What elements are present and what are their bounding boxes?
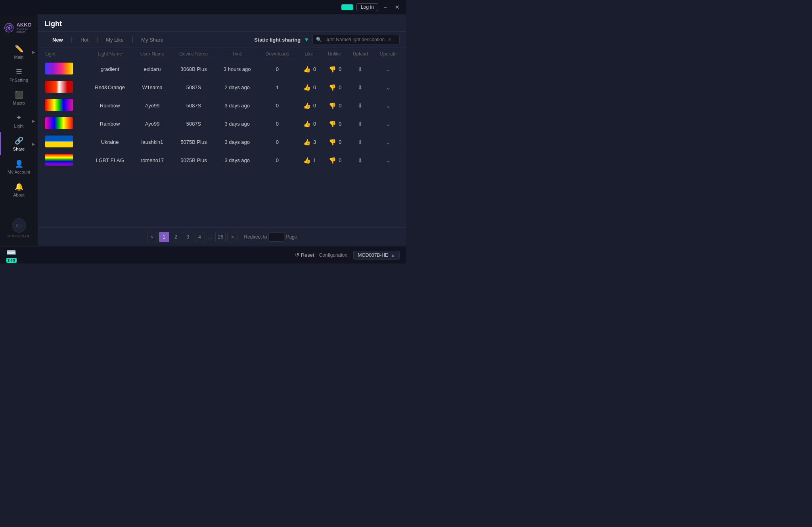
operate-button[interactable]: ⌄: [384, 65, 393, 74]
cell-unlikes: 👎 0: [322, 133, 347, 151]
cell-time: 2 days ago: [216, 78, 258, 97]
config-value[interactable]: MOD007B-HE ▲: [353, 251, 400, 260]
tab-hot[interactable]: Hot: [73, 35, 96, 44]
download-button[interactable]: ⬇: [356, 156, 364, 165]
like-button[interactable]: 👍: [302, 83, 312, 92]
cell-name: LGBT FLAG: [87, 151, 133, 170]
sidebar-item-macro[interactable]: ⬛ Macro: [0, 86, 38, 109]
logo-subtitle: Touch the fashion: [16, 28, 34, 33]
keyboard-thumbnail: [45, 136, 73, 147]
cell-thumb: [41, 151, 87, 170]
cell-name: Rainbow: [87, 115, 133, 133]
download-button[interactable]: ⬇: [356, 83, 364, 92]
table-row: Red&Orange W1sama 5087S 2 days ago 1 👍 0…: [41, 78, 403, 97]
operate-button[interactable]: ⌄: [384, 156, 393, 165]
sidebar-item-share[interactable]: 🔗 Share ▶: [0, 132, 38, 155]
sidebar-item-main[interactable]: ✏️ Main ▶: [0, 40, 38, 63]
unlike-count: 0: [339, 84, 341, 90]
download-button[interactable]: ⬇: [356, 101, 364, 110]
myaccount-icon: 👤: [15, 159, 23, 168]
page-ellipsis: ...: [207, 234, 214, 240]
search-input[interactable]: [324, 37, 388, 42]
page-prev-button[interactable]: <: [147, 232, 157, 242]
cell-unlikes: 👎 0: [322, 151, 347, 170]
unlike-button[interactable]: 👎: [327, 101, 338, 110]
redirect-input[interactable]: [268, 232, 284, 242]
unlike-button[interactable]: 👎: [327, 120, 338, 128]
like-button[interactable]: 👍: [302, 120, 312, 128]
unlike-button[interactable]: 👎: [327, 83, 338, 92]
config-label: Configuration:: [319, 252, 349, 258]
like-button[interactable]: 👍: [302, 156, 312, 165]
cell-name: Ukraine: [87, 133, 133, 151]
cell-unlikes: 👎 0: [322, 97, 347, 115]
unlike-button[interactable]: 👎: [327, 156, 338, 165]
like-button[interactable]: 👍: [302, 65, 312, 74]
operate-button[interactable]: ⌄: [384, 138, 393, 147]
search-clear-button[interactable]: ✕: [388, 37, 392, 42]
tab-myshare[interactable]: My Share: [133, 35, 171, 44]
cell-downloads: 0: [259, 60, 296, 78]
filter-icon[interactable]: ▼: [304, 36, 309, 43]
operate-button[interactable]: ⌄: [384, 101, 393, 110]
config-arrow-icon: ▲: [391, 252, 395, 258]
operate-button[interactable]: ⌄: [384, 120, 393, 128]
operate-button[interactable]: ⌄: [384, 83, 393, 92]
sidebar-item-fnsetting[interactable]: ☰ FnSetting: [0, 63, 38, 86]
sidebar-label-macro: Macro: [13, 101, 25, 105]
col-unlike: Unlike: [322, 48, 347, 60]
keyboard-thumbnail: [45, 154, 73, 166]
like-count: 0: [313, 121, 316, 127]
unlike-button[interactable]: 👎: [327, 138, 338, 147]
col-time: Time: [216, 48, 258, 60]
login-button[interactable]: Log in: [356, 3, 378, 11]
sidebar-bottom: ((·)) MOD007B-HE: [0, 214, 38, 242]
unlike-button[interactable]: 👎: [327, 65, 338, 74]
like-button[interactable]: 👍: [302, 138, 312, 147]
reset-button[interactable]: ↺ Reset: [295, 252, 314, 258]
page-2-button[interactable]: 2: [171, 232, 181, 242]
page-4-button[interactable]: 4: [195, 232, 205, 242]
search-icon: 🔍: [316, 37, 322, 42]
cell-operate: ⌄: [373, 60, 403, 78]
page-next-button[interactable]: >: [227, 232, 237, 242]
cell-thumb: [41, 97, 87, 115]
close-button[interactable]: ✕: [393, 3, 402, 11]
cell-thumb: [41, 133, 87, 151]
like-button[interactable]: 👍: [302, 101, 312, 110]
light-icon: ✦: [16, 113, 22, 122]
wifi-button[interactable]: ((·)): [12, 218, 26, 233]
tab-new[interactable]: New: [44, 35, 71, 44]
cell-likes: 👍 0: [296, 78, 322, 97]
col-user: User Name: [133, 48, 172, 60]
tab-mylike[interactable]: My Like: [98, 35, 132, 44]
share-arrow: ▶: [32, 142, 35, 146]
page-3-button[interactable]: 3: [183, 232, 193, 242]
download-button[interactable]: ⬇: [356, 138, 364, 147]
logo: AKKO Touch the fashion: [0, 18, 38, 40]
sidebar: AKKO Touch the fashion ✏️ Main ▶ ☰ FnSet…: [0, 14, 38, 246]
macro-icon: ⬛: [15, 90, 23, 99]
cell-upload: ⬇: [347, 115, 374, 133]
sidebar-item-about[interactable]: 🔔 About: [0, 178, 38, 201]
download-button[interactable]: ⬇: [356, 120, 364, 128]
minimize-button[interactable]: −: [381, 3, 389, 11]
col-upload: Upload: [347, 48, 374, 60]
page-1-button[interactable]: 1: [159, 232, 169, 242]
col-device: Device Name: [172, 48, 216, 60]
battery-icon: [341, 4, 353, 10]
bottom-bar: ⌨️ 2.4G ↺ Reset Configuration: MOD007B-H…: [0, 246, 406, 264]
sidebar-item-myaccount[interactable]: 👤 My Account: [0, 155, 38, 178]
download-button[interactable]: ⬇: [356, 65, 364, 74]
keyboard-thumbnail: [45, 117, 73, 129]
unlike-count: 0: [339, 103, 341, 109]
sidebar-label-about: About: [13, 193, 25, 197]
cell-time: 3 days ago: [216, 115, 258, 133]
sidebar-item-light[interactable]: ✦ Light ▶: [0, 109, 38, 132]
redirect-wrap: Redirect to Page: [244, 232, 297, 242]
main-arrow: ▶: [32, 50, 35, 54]
cell-upload: ⬇: [347, 151, 374, 170]
cell-name: gradient: [87, 60, 133, 78]
page-26-button[interactable]: 26: [215, 232, 226, 242]
logo-icon: [4, 21, 14, 34]
